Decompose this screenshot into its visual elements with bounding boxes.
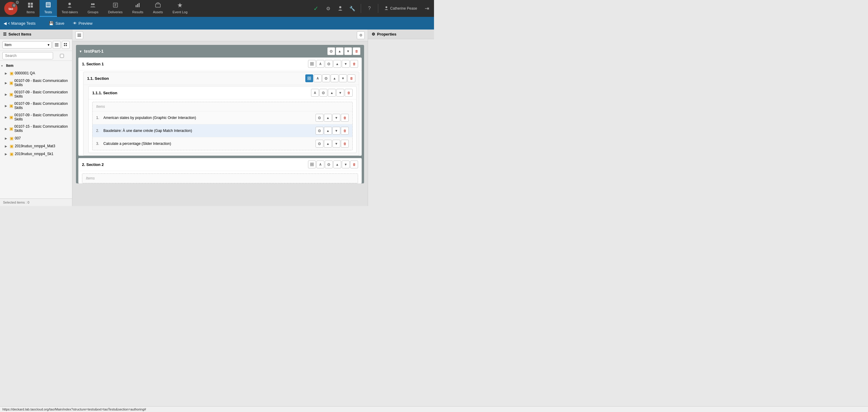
test-part-delete-btn[interactable]: 🗑 (352, 47, 361, 55)
section-1-1-gear-btn[interactable]: ⚙ (322, 74, 330, 82)
nav-item-tests[interactable]: Tests (39, 0, 57, 17)
nav-item-test-takers[interactable]: Test-takers (57, 0, 83, 17)
section-1-1-1-label: Section (103, 91, 117, 95)
item-1-gear-btn[interactable]: ⚙ (315, 114, 323, 122)
section-2-text-btn[interactable]: A (316, 161, 324, 168)
logo[interactable]: tao ⚙ (2, 2, 19, 15)
section-1-1-1: 1.1.1. Section A ⚙ ▲ ▼ 🗑 (88, 86, 356, 153)
logo-image: tao ⚙ (4, 2, 18, 15)
search-checkbox[interactable] (54, 54, 70, 58)
item-title-1: American states by population (Graphic O… (103, 116, 313, 120)
section-1-1-delete-btn[interactable]: 🗑 (347, 74, 355, 82)
back-button[interactable]: ◀ < Manage Tests (4, 21, 36, 26)
section-1-1-down-btn[interactable]: ▼ (339, 74, 347, 82)
item-1-up-btn[interactable]: ▲ (324, 114, 332, 122)
section-1-1-table-btn[interactable] (305, 74, 313, 82)
event-log-nav-icon (177, 2, 183, 10)
item-3-gear-btn[interactable]: ⚙ (315, 140, 323, 147)
section-2-table-btn[interactable] (308, 161, 316, 168)
section-2-down-btn[interactable]: ▼ (342, 161, 350, 168)
tree-item-00107-09-1[interactable]: ▶ ▣ 00107-09 - Basic Communication Skill… (0, 77, 72, 89)
item-2-controls: ⚙ ▲ ▼ 🗑 (315, 127, 349, 135)
item-number-2: 2. (96, 129, 101, 133)
item-3-up-btn[interactable]: ▲ (324, 140, 332, 147)
nav-item-results[interactable]: Results (127, 0, 148, 17)
section-1-1-text-btn[interactable]: A (314, 74, 321, 82)
nav-label-results: Results (132, 10, 144, 14)
svg-rect-20 (137, 4, 138, 7)
item-1-delete-btn[interactable]: 🗑 (341, 114, 349, 122)
check-icon[interactable]: ✓ (311, 4, 321, 13)
search-input[interactable] (2, 52, 53, 59)
item-1-down-btn[interactable]: ▼ (333, 114, 340, 122)
section-1-1-up-btn[interactable]: ▲ (331, 74, 338, 82)
help-icon[interactable]: ? (365, 4, 374, 13)
user-management-icon[interactable] (336, 4, 345, 13)
tree-item-root[interactable]: ▾ Item (0, 62, 72, 69)
svg-rect-7 (31, 5, 33, 7)
sidebar-controls: Item ▾ (0, 39, 72, 51)
svg-rect-4 (28, 3, 30, 5)
nav-item-event-log[interactable]: Event Log (167, 0, 192, 17)
item-2-gear-btn[interactable]: ⚙ (315, 127, 323, 135)
section-1-down-btn[interactable]: ▼ (342, 60, 350, 68)
save-button[interactable]: 💾 Save (46, 20, 67, 27)
tree-item-2019-sk1[interactable]: ▶ ▣ 2019ruduo_nmpp4_Sk1 (0, 150, 72, 158)
item-3-delete-btn[interactable]: 🗑 (341, 140, 349, 147)
section-1-1-1-controls: A ⚙ ▲ ▼ 🗑 (311, 89, 352, 97)
tree-item-00107-09-3[interactable]: ▶ ▣ 00107-09 - Basic Communication Skill… (0, 100, 72, 111)
list-view-button[interactable] (53, 41, 61, 49)
test-part-gear-btn[interactable]: ⚙ (327, 47, 335, 55)
section-1-text-btn[interactable]: A (316, 60, 324, 68)
item-2-up-btn[interactable]: ▲ (324, 127, 332, 135)
section-1-1-1-number: 1.1.1. (92, 91, 103, 95)
nav-item-items[interactable]: Items (22, 0, 39, 17)
tree-item-2019-mat3[interactable]: ▶ ▣ 2019ruduo_nmpp4_Mat3 (0, 142, 72, 150)
section-1-1-1-delete-btn[interactable]: 🗑 (345, 89, 352, 97)
section-1-gear-btn[interactable]: ⚙ (325, 60, 333, 68)
section-1-1-1-gear-btn[interactable]: ⚙ (319, 89, 327, 97)
item-3-down-btn[interactable]: ▼ (333, 140, 340, 147)
folder-icon: ▣ (10, 71, 13, 76)
logout-icon[interactable]: ⇥ (422, 4, 432, 13)
section-1-1-1-down-btn[interactable]: ▼ (336, 89, 344, 97)
section-2-gear-btn[interactable]: ⚙ (325, 161, 333, 168)
test-part-down-btn[interactable]: ▼ (344, 47, 352, 55)
center-toolbar-list-icon[interactable] (75, 31, 83, 39)
item-2-delete-btn[interactable]: 🗑 (341, 127, 349, 135)
nav-item-deliveries[interactable]: Deliveries (103, 0, 127, 17)
main-content: ☰ Select Items Item ▾ ▾ Item (0, 30, 434, 206)
svg-rect-35 (78, 36, 81, 37)
section-1-1-1-up-btn[interactable]: ▲ (328, 89, 336, 97)
test-part-up-btn[interactable]: ▲ (336, 47, 344, 55)
sidebar-header-icon: ☰ (3, 32, 7, 36)
section-1-1-1-text-btn[interactable]: A (311, 89, 319, 97)
tree-item-00107-09-2[interactable]: ▶ ▣ 00107-09 - Basic Communication Skill… (0, 89, 72, 100)
tree-item-label: 0000001 QA (15, 71, 35, 75)
svg-rect-36 (310, 62, 312, 64)
svg-rect-45 (312, 163, 313, 164)
section-1-delete-btn[interactable]: 🗑 (350, 60, 358, 68)
folder-icon: ▣ (9, 92, 13, 97)
tree-item-007[interactable]: ▶ ▣ 007 (0, 134, 72, 142)
center-toolbar-gear-icon[interactable]: ⚙ (357, 31, 365, 39)
test-part-1-title: testPart-1 (84, 49, 325, 54)
nav-item-assets[interactable]: Assets (148, 0, 167, 17)
settings-icon[interactable]: ⚙ (323, 4, 333, 13)
item-type-dropdown[interactable]: Item ▾ (2, 41, 52, 48)
tree-item-00107-09-4[interactable]: ▶ ▣ 00107-09 - Basic Communication Skill… (0, 111, 72, 123)
section-1-table-btn[interactable] (308, 60, 316, 68)
test-part-1-collapse-icon[interactable]: ▾ (80, 49, 82, 54)
tree-view-button[interactable] (62, 41, 70, 49)
preview-button[interactable]: 👁 Preview (70, 20, 95, 27)
tree-item-00107-15[interactable]: ▶ ▣ 00107-15 - Basic Communication Skill… (0, 123, 72, 134)
wrench-icon[interactable]: 🔧 (347, 4, 357, 13)
item-2-down-btn[interactable]: ▼ (333, 127, 340, 135)
section-2-delete-btn[interactable]: 🗑 (350, 161, 358, 168)
section-2-items-label: Items (82, 174, 358, 183)
section-1-up-btn[interactable]: ▲ (333, 60, 341, 68)
tree-item-0000001-qa[interactable]: ▶ ▣ 0000001 QA (0, 69, 72, 77)
section-2-up-btn[interactable]: ▲ (333, 161, 341, 168)
svg-rect-10 (46, 6, 50, 7)
nav-item-groups[interactable]: Groups (83, 0, 103, 17)
